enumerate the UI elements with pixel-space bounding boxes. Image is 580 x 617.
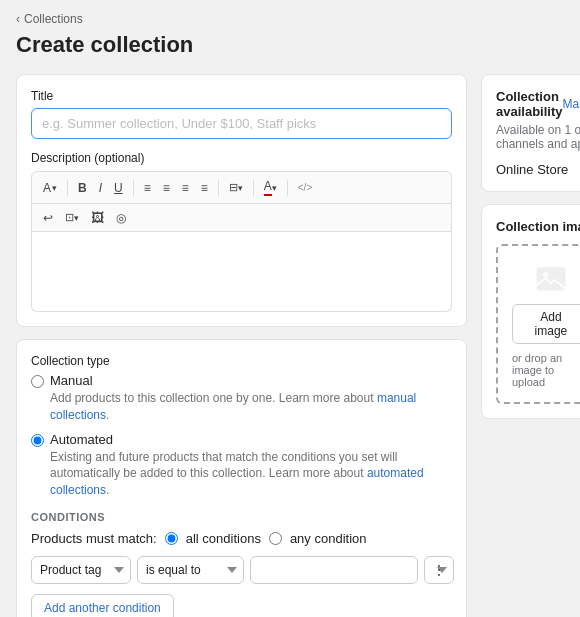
page-title: Create collection — [16, 32, 564, 58]
table-btn[interactable]: ⊡▾ — [60, 208, 84, 227]
paragraph-btn[interactable]: A ▾ — [38, 178, 62, 198]
add-image-button[interactable]: Add image — [512, 304, 580, 344]
upload-hint: or drop an image to upload — [512, 352, 580, 388]
collection-type-card: Collection type Manual Add products to t… — [16, 339, 467, 617]
link-btn[interactable]: ◎ — [111, 208, 131, 228]
italic-btn[interactable]: I — [94, 178, 107, 198]
undo-btn[interactable]: ↩ — [38, 208, 58, 228]
any-condition-radio[interactable] — [269, 532, 282, 545]
editor-toolbar-row1: A ▾ B I U ≡ — [31, 171, 452, 204]
conditions-section: CONDITIONS Products must match: all cond… — [31, 511, 452, 617]
automated-option-content: Automated Existing and future products t… — [50, 432, 452, 499]
manage-link[interactable]: Manage — [562, 97, 580, 111]
svg-rect-4 — [537, 267, 566, 290]
breadcrumb-arrow: ‹ — [16, 12, 20, 26]
align-justify-btn[interactable]: ≡ — [196, 178, 213, 198]
title-input[interactable] — [31, 108, 452, 139]
automated-desc: Existing and future products that match … — [50, 449, 452, 499]
breadcrumb[interactable]: ‹ Collections — [16, 12, 564, 26]
collection-type-radio-group: Manual Add products to this collection o… — [31, 373, 452, 499]
store-row: Online Store — [496, 161, 580, 177]
store-name: Online Store — [496, 162, 568, 177]
description-label: Description (optional) — [31, 151, 452, 165]
bold-btn[interactable]: B — [73, 178, 92, 198]
all-conditions-radio[interactable] — [165, 532, 178, 545]
page-wrapper: ‹ Collections Create collection Title De… — [0, 0, 580, 617]
all-conditions-label[interactable]: all conditions — [186, 531, 261, 546]
toolbar-divider-5 — [287, 180, 288, 196]
collection-image-title: Collection image — [496, 219, 580, 234]
condition-type-select[interactable]: Product tag Product title Product type — [31, 556, 131, 584]
toolbar-divider-4 — [253, 180, 254, 196]
text-color-btn[interactable]: A ▾ — [259, 176, 282, 199]
side-column: Collection availability Manage Available… — [481, 74, 580, 419]
layout: Title Description (optional) A ▾ B — [16, 74, 564, 617]
conditions-match-row: Products must match: all conditions any … — [31, 531, 452, 546]
title-description-card: Title Description (optional) A ▾ B — [16, 74, 467, 327]
manual-option: Manual Add products to this collection o… — [31, 373, 452, 424]
toolbar-divider-2 — [133, 180, 134, 196]
availability-header: Collection availability Manage — [496, 89, 580, 119]
main-column: Title Description (optional) A ▾ B — [16, 74, 467, 617]
condition-operator-select[interactable]: is equal to is not equal to starts with — [137, 556, 244, 584]
manual-option-content: Manual Add products to this collection o… — [50, 373, 452, 424]
collection-image-card: Collection image Add image or drop an im… — [481, 204, 580, 419]
underline-btn[interactable]: U — [109, 178, 128, 198]
title-label: Title — [31, 89, 452, 103]
collection-type-title: Collection type — [31, 354, 452, 368]
align-center-btn[interactable]: ≡ — [158, 178, 175, 198]
automated-radio[interactable] — [31, 434, 44, 447]
svg-point-5 — [543, 272, 548, 277]
availability-card: Collection availability Manage Available… — [481, 74, 580, 192]
availability-title: Collection availability — [496, 89, 562, 119]
manual-radio[interactable] — [31, 375, 44, 388]
html-btn[interactable]: </> — [293, 179, 317, 196]
toolbar-divider-1 — [67, 180, 68, 196]
any-condition-label[interactable]: any condition — [290, 531, 367, 546]
condition-value-input[interactable] — [250, 556, 418, 584]
automated-label[interactable]: Automated — [50, 432, 113, 447]
image-embed-btn[interactable]: 🖼 — [86, 207, 109, 228]
conditions-title: CONDITIONS — [31, 511, 452, 523]
image-upload-area[interactable]: Add image or drop an image to upload — [496, 244, 580, 404]
add-condition-button[interactable]: Add another condition — [31, 594, 174, 617]
toolbar-divider-3 — [218, 180, 219, 196]
editor-area[interactable] — [31, 232, 452, 312]
breadcrumb-label: Collections — [24, 12, 83, 26]
align-right-btn[interactable]: ≡ — [177, 178, 194, 198]
automated-option: Automated Existing and future products t… — [31, 432, 452, 499]
align-left-btn[interactable]: ≡ — [139, 178, 156, 198]
match-label: Products must match: — [31, 531, 157, 546]
manual-desc: Add products to this collection one by o… — [50, 390, 452, 424]
manual-label[interactable]: Manual — [50, 373, 93, 388]
availability-subtitle: Available on 1 of 1 channels and apps — [496, 123, 580, 151]
condition-row-1: Product tag Product title Product type i… — [31, 556, 452, 584]
layout-btn[interactable]: ⊟▾ — [224, 178, 248, 197]
editor-toolbar-row2: ↩ ⊡▾ 🖼 ◎ — [31, 204, 452, 232]
upload-image-icon — [533, 260, 569, 296]
condition-extra-select[interactable]: ⋮ — [424, 556, 454, 584]
